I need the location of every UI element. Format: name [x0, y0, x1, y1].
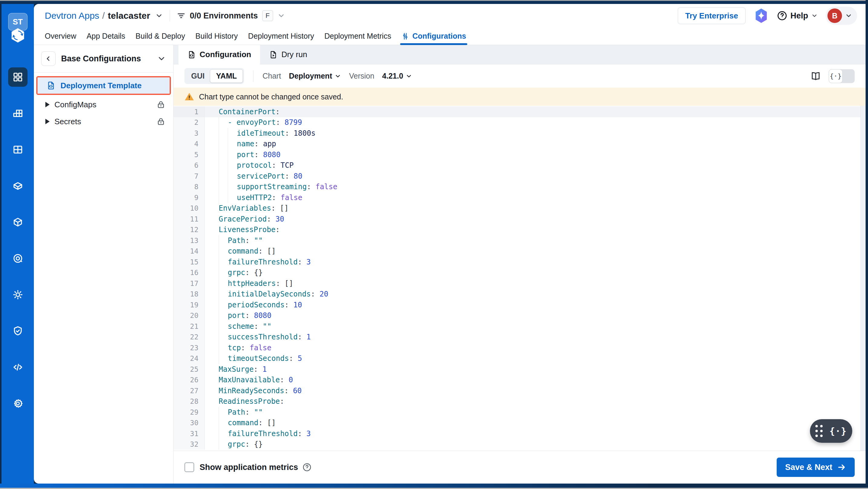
app-switcher-chevron-down-icon[interactable] — [155, 12, 163, 20]
breadcrumb: Devtron Apps / telacaster — [45, 10, 163, 21]
nav-tab-label: Build History — [195, 32, 238, 40]
code-line-25[interactable]: 25MaxSurge: 1 — [174, 364, 861, 375]
mode-gui-button[interactable]: GUI — [186, 69, 210, 83]
code-line-30[interactable]: 30command: [] — [174, 418, 861, 429]
code-line-19[interactable]: 19periodSeconds: 10 — [174, 299, 861, 311]
code-line-11[interactable]: 11GracePeriod: 30 — [174, 214, 861, 225]
ai-sparkle-icon[interactable] — [753, 8, 769, 24]
code-lines: 1ContainerPort:2- envoyPort: 87993idleTi… — [174, 106, 861, 450]
code-line-2[interactable]: 2- envoyPort: 8799 — [174, 117, 861, 128]
code-line-13[interactable]: 13Path: "" — [174, 235, 861, 246]
show-application-metrics-checkbox[interactable] — [185, 462, 194, 472]
token: timeoutSeconds — [228, 354, 289, 363]
code-line-32[interactable]: 32grpc: {} — [174, 439, 861, 450]
readme-book-icon[interactable] — [810, 71, 821, 81]
rail-item-bulk-edit[interactable] — [8, 252, 28, 265]
code-line-24[interactable]: 24timeoutSeconds: 5 — [174, 353, 861, 364]
nav-tab-build-deploy[interactable]: Build & Deploy — [135, 28, 185, 45]
code-line-17[interactable]: 17httpHeaders: [] — [174, 278, 861, 289]
indent-guide — [219, 128, 228, 139]
token: MaxUnavailable — [219, 376, 280, 384]
nav-tab-app-details[interactable]: App Details — [87, 28, 125, 45]
line-number: 8 — [174, 182, 205, 193]
code-line-26[interactable]: 26MaxUnavailable: 0 — [174, 375, 861, 386]
nav-tab-build-history[interactable]: Build History — [195, 28, 238, 45]
tab-dry-run[interactable]: Dry run — [260, 45, 316, 64]
nav-tab-deployment-history[interactable]: Deployment History — [248, 28, 314, 45]
chart-select[interactable]: Deployment — [289, 72, 341, 80]
tab-configuration[interactable]: Configuration — [179, 45, 260, 64]
code-line-10[interactable]: 10EnvVariables: [] — [174, 203, 861, 214]
environments-selector[interactable]: 0/0 Environments F — [177, 10, 285, 21]
code-line-27[interactable]: 27MinReadySeconds: 60 — [174, 385, 861, 396]
rail-item-global-config[interactable] — [8, 288, 28, 301]
line-number: 10 — [174, 203, 205, 214]
code-line-21[interactable]: 21scheme: "" — [174, 321, 861, 332]
code-line-23[interactable]: 23tcp: false — [174, 343, 861, 353]
code-line-18[interactable]: 18initialDelaySeconds: 20 — [174, 289, 861, 300]
rail-item-apps[interactable] — [8, 67, 28, 87]
nav-tab-deployment-metrics[interactable]: Deployment Metrics — [324, 28, 391, 45]
sidebar-collapse-chevron-down-icon[interactable] — [157, 54, 166, 63]
back-button[interactable] — [41, 52, 56, 66]
token: : — [254, 140, 258, 148]
line-content: successThreshold: 1 — [205, 332, 861, 343]
code-line-14[interactable]: 14command: [] — [174, 246, 861, 257]
code-line-20[interactable]: 20port: 8080 — [174, 311, 861, 321]
code-line-22[interactable]: 22successThreshold: 1 — [174, 332, 861, 343]
yaml-editor[interactable]: 1ContainerPort:2- envoyPort: 87993idleTi… — [174, 106, 866, 451]
code-line-12[interactable]: 12LivenessProbe: — [174, 225, 861, 235]
rail-item-security[interactable] — [8, 324, 28, 337]
rail-item-code[interactable] — [8, 361, 28, 374]
code-line-6[interactable]: 6protocol: TCP — [174, 160, 861, 171]
version-select[interactable]: 4.21.0 — [382, 72, 412, 80]
code-line-1[interactable]: 1ContainerPort: — [174, 106, 861, 117]
drag-handle-icon[interactable] — [815, 425, 823, 437]
metrics-help-icon[interactable] — [303, 463, 311, 472]
breadcrumb-section-link[interactable]: Devtron Apps — [45, 10, 99, 21]
code-line-8[interactable]: 8supportStreaming: false — [174, 182, 861, 193]
rail-item-application-groups[interactable] — [8, 143, 28, 156]
token: : — [241, 344, 245, 352]
indent-guide — [219, 182, 228, 193]
rail-item-chart-store[interactable] — [8, 216, 28, 229]
sidebar-item-secrets[interactable]: Secrets — [34, 113, 173, 130]
try-enterprise-button[interactable]: Try Enterprise — [678, 7, 746, 24]
token: EnvVariables — [219, 204, 271, 213]
code-line-15[interactable]: 15failureThreshold: 3 — [174, 257, 861, 267]
environments-chevron-down-icon[interactable] — [277, 12, 285, 20]
warning-triangle-icon — [185, 92, 194, 102]
indent-guide — [219, 235, 228, 246]
mode-yaml-button[interactable]: YAML — [210, 69, 243, 83]
nav-tab-overview[interactable]: Overview — [45, 28, 76, 45]
editor-scrollbar[interactable] — [861, 106, 866, 451]
rail-item-jobs[interactable] — [8, 107, 28, 120]
code-brace-icon[interactable]: {·} — [829, 426, 846, 436]
code-line-29[interactable]: 29Path: "" — [174, 407, 861, 418]
user-menu[interactable]: B — [826, 7, 857, 25]
help-menu[interactable]: Help — [777, 10, 818, 21]
token: supportStreaming — [237, 183, 307, 191]
editor-floating-widget[interactable]: {·} — [810, 419, 852, 443]
code-line-7[interactable]: 7servicePort: 80 — [174, 171, 861, 182]
nav-tab-configurations[interactable]: Configurations — [401, 28, 466, 45]
sidebar-item-deployment-template[interactable]: Deployment Template — [37, 77, 170, 94]
rail-item-settings[interactable] — [8, 397, 28, 410]
code-line-9[interactable]: 9useHTTP2: false — [174, 192, 861, 203]
rail-item-helm-apps[interactable] — [8, 179, 28, 193]
code-line-16[interactable]: 16grpc: {} — [174, 267, 861, 279]
code-line-5[interactable]: 5port: 8080 — [174, 149, 861, 160]
code-line-3[interactable]: 3idleTimeout: 1800s — [174, 128, 861, 139]
line-content: Path: "" — [205, 407, 861, 418]
code-line-28[interactable]: 28ReadinessProbe: — [174, 396, 861, 407]
token: false — [245, 344, 272, 352]
security-icon — [12, 326, 23, 336]
save-next-button[interactable]: Save & Next — [777, 458, 855, 477]
line-number: 12 — [174, 225, 205, 235]
code-editor-toggle[interactable]: {·} — [829, 69, 855, 83]
token: 1 — [258, 365, 267, 373]
code-line-31[interactable]: 31failureThreshold: 3 — [174, 428, 861, 439]
warning-banner: Chart type cannot be changed once saved. — [174, 88, 866, 106]
sidebar-item-configmaps[interactable]: ConfigMaps — [34, 96, 173, 113]
code-line-4[interactable]: 4name: app — [174, 139, 861, 150]
